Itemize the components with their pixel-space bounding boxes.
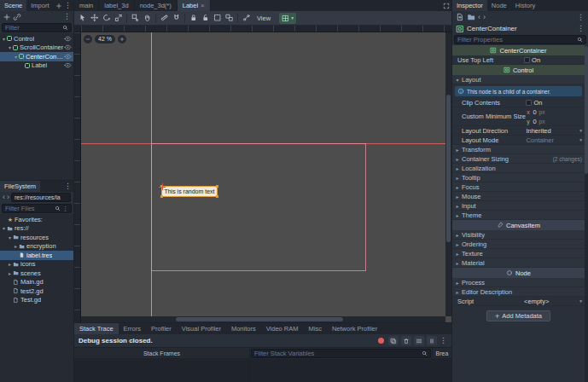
category-control[interactable]: Control [452,65,585,75]
inspector-tab-history[interactable]: History [511,0,539,11]
inspector-menu-icon[interactable]: ⋮ [577,14,585,21]
inspector-filter-input[interactable] [457,36,575,43]
debugger-tab-errors[interactable]: Errors [119,323,146,334]
history-forward-icon[interactable]: › [483,14,486,21]
scene-tree-row-label[interactable]: Label [0,61,73,71]
scene-tree-menu-icon[interactable]: ⋮ [63,13,71,20]
add-node-icon[interactable] [3,13,11,21]
section-transform[interactable]: ▸Transform [452,145,585,154]
fs-row-label-tres[interactable]: label.tres [0,251,73,260]
tool-lock-button[interactable] [188,13,199,24]
tool-pan-button[interactable] [142,13,153,24]
tool-magnet-button[interactable] [171,13,182,24]
tool-unlock-button[interactable] [200,13,211,24]
nav-back-icon[interactable]: ‹ [3,194,5,201]
section-theme[interactable]: ▸Theme [452,211,585,220]
dropdown-script[interactable]: <empty>▾ [524,298,585,305]
filesystem-menu-icon[interactable]: ⋮ [64,182,72,190]
fs-row-encryption[interactable]: ▸encryption [0,242,73,252]
debugger-tab-network-profiler[interactable]: Network Profiler [327,323,382,334]
section-material[interactable]: ▸Material [452,258,585,268]
inspector-tab-node[interactable]: Node [487,0,511,11]
chevron-down-icon[interactable]: ▾ [7,44,13,50]
chevron-down-icon[interactable]: ▾ [1,36,7,42]
tool-ruler-button[interactable] [159,13,170,24]
label-node[interactable]: This is random text [161,186,218,197]
section-localization[interactable]: ▸Localization [452,164,585,173]
snap-options-button[interactable]: ▾ [279,13,296,24]
filter-menu-icon[interactable]: ⋮ [62,205,68,211]
tool-move-button[interactable] [89,13,100,24]
inspector-tab-inspector[interactable]: Inspector [452,0,487,11]
horizontal-scrollbar[interactable] [81,316,445,322]
record-button[interactable] [378,338,384,344]
fs-row-icons[interactable]: ▸icons [0,260,73,269]
visibility-toggle-icon[interactable] [64,61,72,69]
fs-row-main-gd[interactable]: Main.gd [0,278,73,287]
visibility-toggle-icon[interactable] [64,35,72,43]
object-menu-icon[interactable]: ⋮ [577,25,585,32]
section-ordering[interactable]: ▸Ordering [452,240,585,249]
dock-tab-filesystem[interactable]: FileSystem [0,181,40,192]
section-layout[interactable]: ▾Layout [452,75,585,84]
checkbox[interactable] [526,100,532,106]
fs-row-res[interactable]: ▾res:// [0,224,73,234]
new-resource-icon[interactable] [456,13,464,21]
tool-bone-button[interactable] [241,13,252,24]
fs-row-scenes[interactable]: ▸scenes [0,269,73,278]
section-mouse[interactable]: ▸Mouse [452,192,585,201]
debugger-tab-misc[interactable]: Misc [304,323,327,334]
section-visibility[interactable]: ▸Visibility [452,230,585,240]
dock-tab-import[interactable]: Import [26,0,53,11]
tool-rotate-button[interactable] [101,13,112,24]
debugger-tab-profiler[interactable]: Profiler [146,323,177,334]
tool-ungroup-button[interactable] [224,13,235,24]
fs-row-test-gd[interactable]: Test.gd [0,296,73,305]
visibility-toggle-icon[interactable] [64,43,72,51]
debugger-menu-icon[interactable]: ⋮ [440,337,447,344]
load-resource-icon[interactable] [467,13,475,21]
add-metadata-button[interactable]: +Add Metadata [486,310,550,321]
debugger-tab-stack-trace[interactable]: Stack Trace [74,323,119,334]
checkbox[interactable] [524,57,530,63]
history-back-icon[interactable]: ‹ [478,14,480,21]
scene-tree-row-scrollcontainer[interactable]: ▾ScrollContainer [0,43,73,53]
zoom-level[interactable]: 42 % [95,35,115,43]
vector-y-field[interactable]: y0px [526,117,582,126]
scene-tab-node-3d[interactable]: node_3d(*) [135,0,178,11]
vector-x-field[interactable]: x0px [526,107,582,117]
zoom-in-button[interactable] [118,35,126,43]
chevron-down-icon[interactable]: ▾ [13,54,19,60]
visibility-toggle-icon[interactable] [64,53,72,61]
collapse-button[interactable] [414,336,424,345]
scrollbar-thumb[interactable] [585,46,588,174]
section-input[interactable]: ▸Input [452,201,585,211]
stack-variables-filter-input[interactable] [254,350,420,357]
clear-button[interactable] [401,336,411,345]
copy-button[interactable] [388,336,399,345]
view-menu-button[interactable]: View [253,13,275,24]
debugger-tab-visual-profiler[interactable]: Visual Profiler [177,323,226,334]
scene-tab-label-3d[interactable]: label_3d [99,0,134,11]
section-focus[interactable]: ▸Focus [452,182,585,192]
chevron-right-icon[interactable]: ▸ [7,270,13,276]
fs-row-resources[interactable]: ▾resources [0,233,73,242]
canvas-viewport[interactable]: 42 % This is random text [74,26,451,322]
dock-tab-scene[interactable]: Scene [0,0,26,11]
resize-handle[interactable] [216,195,218,198]
stack-frames-list[interactable] [74,358,249,382]
tool-group-button[interactable] [212,13,223,24]
vertical-scrollbar[interactable] [445,32,451,316]
pause-button[interactable] [427,336,437,345]
scrollbar-thumb[interactable] [446,95,451,242]
dock-menu-icon[interactable]: ⋮ [64,2,72,9]
zoom-out-button[interactable] [84,35,92,43]
plus-icon[interactable] [55,3,62,9]
tool-scale-button[interactable] [113,13,124,24]
debugger-tab-monitors[interactable]: Monitors [226,323,261,334]
scene-filter-input[interactable] [5,24,61,32]
filesystem-filter-input[interactable] [5,205,53,212]
tool-list-select-button[interactable] [130,13,141,24]
chevron-right-icon[interactable]: ▸ [7,261,13,267]
chevron-right-icon[interactable]: ▸ [13,243,19,249]
